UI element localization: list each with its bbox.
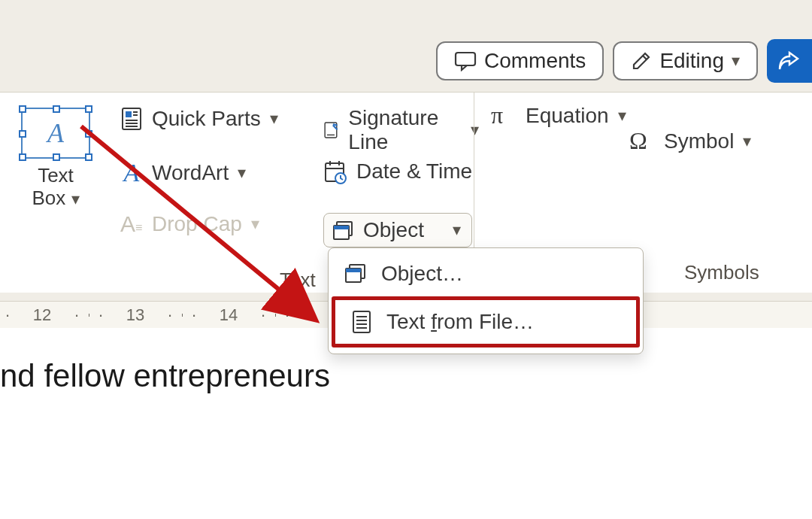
chevron-down-icon: ▾ (618, 106, 626, 126)
svg-rect-21 (353, 311, 370, 332)
document-page[interactable]: nd fellow entrepreneurs (0, 328, 812, 519)
menu-item-object[interactable]: Object… (329, 253, 643, 295)
pencil-icon (631, 50, 652, 71)
ruler-dot: · (285, 305, 289, 325)
comment-icon (454, 50, 477, 71)
ruler-dot: · (192, 305, 196, 325)
top-right-actions: Comments Editing ▾ (0, 33, 812, 92)
chevron-down-icon: ▾ (743, 132, 751, 151)
svg-rect-20 (346, 269, 361, 272)
text-box-icon: A (21, 108, 90, 159)
date-time-label: Date & Time (356, 159, 472, 184)
menu-item-text-from-file[interactable]: Text from File… (332, 296, 640, 348)
symbol-icon: Ω (629, 127, 655, 155)
title-bar-area (0, 0, 812, 33)
comments-label: Comments (484, 49, 586, 73)
editing-label: Editing (659, 49, 724, 73)
quick-parts-label: Quick Parts (152, 107, 261, 131)
object-icon (344, 263, 368, 285)
svg-rect-17 (334, 226, 349, 229)
chevron-down-icon: ▾ (71, 190, 80, 208)
text-box-button[interactable]: A TextBox ▾ (21, 108, 90, 210)
date-time-icon (323, 159, 347, 184)
drop-cap-label: Drop Cap (152, 212, 242, 236)
signature-line-label: Signature Line (348, 106, 445, 154)
ruler-mark: 14 (220, 305, 238, 325)
ruler-mark: 13 (126, 305, 144, 325)
chevron-down-icon: ▾ (270, 109, 278, 129)
chevron-down-icon: ▾ (453, 220, 461, 240)
chevron-down-icon: ▾ (238, 163, 246, 183)
equation-label: Equation (526, 104, 609, 128)
chevron-down-icon: ▾ (251, 214, 259, 234)
group-label-symbols: Symbols (684, 261, 759, 284)
comments-button[interactable]: Comments (436, 41, 604, 80)
chevron-down-icon: ▾ (732, 51, 740, 71)
menu-item-text-from-file-label: Text from File… (386, 310, 534, 334)
group-label-text: Text (280, 269, 316, 292)
document-icon (350, 309, 373, 335)
symbol-label: Symbol (664, 129, 734, 153)
quick-parts-button[interactable]: Quick Parts ▾ (120, 106, 278, 132)
svg-rect-2 (126, 111, 132, 117)
document-body-text: nd fellow entrepreneurs (0, 358, 330, 394)
quick-parts-icon (120, 106, 143, 132)
signature-line-button[interactable]: Signature Line ▾ (323, 106, 479, 154)
object-icon (332, 220, 354, 241)
object-dropdown-menu: Object… Text from File… (328, 247, 644, 354)
ribbon-insert-tab: A TextBox ▾ Quick Par (0, 92, 812, 293)
ruler-dot: · (74, 305, 79, 325)
editing-mode-button[interactable]: Editing ▾ (613, 41, 758, 80)
date-time-button[interactable]: Date & Time (323, 159, 472, 184)
object-button[interactable]: Object ▾ (323, 213, 472, 247)
equation-button[interactable]: π Equation ▾ (491, 102, 626, 129)
ruler-dot: · (98, 305, 103, 325)
symbol-button[interactable]: Ω Symbol ▾ (629, 127, 751, 155)
wordart-label: WordArt (152, 161, 229, 185)
share-icon (777, 50, 802, 72)
share-button[interactable] (767, 39, 812, 83)
text-box-label: TextBox ▾ (21, 165, 90, 210)
drop-cap-icon: A≡ (120, 211, 143, 237)
wordart-icon: A (120, 159, 143, 187)
ruler-dot: · (5, 305, 10, 325)
ruler-dot: · (261, 305, 265, 325)
ruler-mark: 12 (33, 305, 51, 325)
wordart-button[interactable]: A WordArt ▾ (120, 159, 246, 187)
menu-item-object-label: Object… (381, 262, 463, 286)
signature-line-icon (323, 117, 339, 143)
equation-icon: π (491, 102, 517, 129)
svg-rect-0 (456, 53, 475, 65)
object-label: Object (363, 218, 424, 242)
drop-cap-button: A≡ Drop Cap ▾ (120, 211, 259, 237)
ruler-dot: · (168, 305, 172, 325)
